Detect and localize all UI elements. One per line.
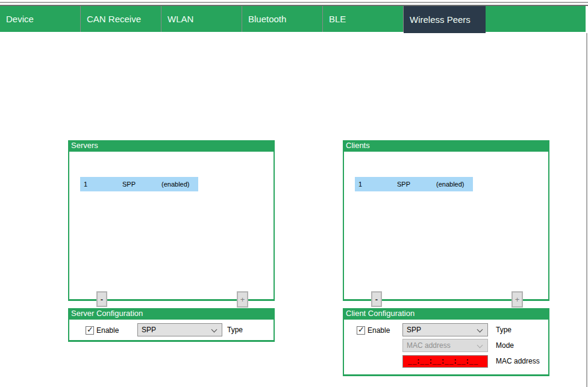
- client-enable-checkbox[interactable]: ✓: [357, 326, 365, 335]
- client-mode-value: MAC address: [407, 341, 451, 350]
- server-type-label: Type: [227, 326, 243, 334]
- client-item-type: SPP: [397, 181, 436, 188]
- server-configuration-title: Server Configuration: [68, 308, 275, 320]
- tab-bluetooth[interactable]: Bluetooth: [242, 6, 323, 32]
- add-client-button[interactable]: +: [511, 291, 523, 308]
- servers-panel-title: Servers: [68, 140, 275, 152]
- clients-list: 1 SPP (enabled) - +: [343, 152, 549, 301]
- checkmark-icon: ✓: [87, 325, 93, 334]
- servers-list: 1 SPP (enabled) - +: [68, 152, 275, 301]
- client-type-dropdown[interactable]: SPP: [402, 323, 488, 336]
- tab-ble[interactable]: BLE: [323, 6, 404, 32]
- client-type-label: Type: [496, 326, 511, 334]
- tab-device[interactable]: Device: [0, 6, 81, 32]
- server-enable-label: Enable: [96, 326, 119, 335]
- clients-panel: Clients 1 SPP (enabled) - +: [343, 140, 549, 301]
- server-list-item[interactable]: 1 SPP (enabled): [80, 177, 198, 191]
- server-type-value: SPP: [142, 326, 156, 334]
- chevron-down-icon: [211, 327, 217, 333]
- window-right-border: [586, 33, 587, 387]
- client-mode-dropdown[interactable]: MAC address: [402, 339, 488, 352]
- server-item-type: SPP: [122, 181, 161, 188]
- client-enable-label: Enable: [367, 326, 390, 335]
- tab-bar-filler: [486, 6, 586, 32]
- client-item-status: (enabled): [436, 181, 473, 188]
- tab-wlan[interactable]: WLAN: [161, 6, 242, 32]
- tab-wireless-peers[interactable]: Wireless Peers: [404, 6, 486, 33]
- clients-panel-title: Clients: [343, 140, 549, 152]
- tab-can-receive[interactable]: CAN Receive: [81, 6, 161, 32]
- add-server-button[interactable]: +: [237, 291, 248, 308]
- window-top-border: [0, 2, 588, 3]
- servers-panel: Servers 1 SPP (enabled) - +: [68, 140, 275, 301]
- client-configuration-title: Client Configuration: [343, 308, 549, 320]
- client-configuration-panel: Client Configuration ✓ Enable SPP Type M…: [343, 308, 549, 376]
- server-item-status: (enabled): [161, 181, 198, 188]
- tab-bar: Device CAN Receive WLAN Bluetooth BLE Wi…: [0, 6, 586, 32]
- wireless-peers-page: Device CAN Receive WLAN Bluetooth BLE Wi…: [0, 0, 588, 387]
- mac-address-field[interactable]: __:__:__:__:__:__: [402, 355, 488, 368]
- mac-address-label: MAC address: [496, 357, 540, 365]
- chevron-down-icon: [477, 327, 483, 333]
- remove-client-button[interactable]: -: [371, 291, 382, 307]
- server-type-dropdown[interactable]: SPP: [137, 323, 222, 336]
- chevron-down-icon: [477, 342, 483, 348]
- client-type-value: SPP: [407, 326, 421, 334]
- server-configuration-panel: Server Configuration ✓ Enable SPP Type: [68, 308, 275, 342]
- client-list-item[interactable]: 1 SPP (enabled): [355, 177, 473, 191]
- server-enable-checkbox[interactable]: ✓: [86, 326, 94, 335]
- remove-server-button[interactable]: -: [96, 291, 107, 307]
- client-configuration-body: ✓ Enable SPP Type MAC address Mode __:__…: [343, 320, 549, 376]
- server-item-index: 1: [84, 181, 122, 188]
- checkmark-icon: ✓: [358, 325, 364, 334]
- server-configuration-body: ✓ Enable SPP Type: [68, 320, 275, 342]
- client-item-index: 1: [358, 181, 397, 188]
- client-mode-label: Mode: [496, 341, 514, 350]
